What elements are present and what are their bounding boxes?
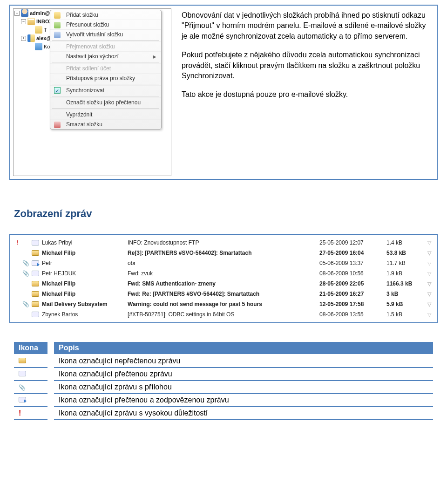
message-row[interactable]: 📎Mail Delivery SubsystemWarning: could n… (13, 299, 434, 309)
menu-label: Přesunout složku (66, 21, 109, 28)
icon-cell (14, 394, 47, 407)
icon-cell: 📎 (14, 381, 47, 394)
message-subject: Fwd: zvuk (128, 269, 318, 278)
message-subject: Fwd: SMS Authentication- zmeny (128, 279, 318, 288)
menu-label: Synchronizovat (66, 87, 104, 94)
message-row[interactable]: !Lukas PribylINFO: Znovudostupnost FTP25… (13, 238, 434, 248)
flag-icon[interactable]: ▽ (426, 310, 433, 319)
message-subject: [#XTB-502751]: ODBC settings in 64bit OS (128, 310, 318, 319)
icon-cell (14, 354, 47, 368)
folder-icon (35, 26, 42, 34)
envelope-unread-icon (31, 250, 40, 256)
envelope-unread-icon (31, 301, 40, 307)
priority-flag-icon: ! (19, 409, 21, 417)
description-cell: Ikona označující zprávu s vysokou důleži… (54, 407, 433, 420)
icon-cell (14, 368, 47, 381)
move-folder-icon (54, 22, 61, 28)
message-date: 21-05-2009 16:27 (319, 290, 385, 298)
menu-synchronize[interactable]: ✓Synchronizovat (50, 85, 161, 95)
flag-icon[interactable]: ▽ (426, 279, 433, 288)
table-row: Ikona označující nepřečtenou zprávu (14, 354, 433, 368)
envelope-read-icon (31, 312, 40, 317)
message-subject: INFO: Znovudostupnost FTP (128, 238, 318, 247)
envelope-replied-icon (31, 260, 40, 266)
menu-virtual-folder[interactable]: Vytvořit virtuální složku (50, 29, 161, 39)
chevron-right-icon: ▶ (153, 54, 156, 59)
message-row[interactable]: Michael FilipFwd: SMS Authentication- zm… (13, 279, 434, 289)
flag-icon[interactable]: ▽ (426, 238, 433, 247)
menu-label: Přístupová práva pro složky (66, 75, 135, 82)
icon-description-table: Ikona Popis Ikona označující nepřečtenou… (14, 342, 433, 420)
message-size: 1.9 kB (386, 269, 424, 278)
user-icon (21, 9, 28, 17)
message-from: Michael Filip (42, 249, 126, 257)
doc-top-section: − admin@icewarp.cz − INBOX T + alex@ic K… (9, 5, 438, 180)
message-subject: Warning: could not send message for past… (128, 300, 318, 308)
menu-access-rights[interactable]: Přístupová práva pro složky (50, 73, 161, 83)
message-row[interactable]: 📎Petr HEJDUKFwd: zvuk08-06-2009 10:561.9… (13, 268, 434, 279)
tree-item-label: T (44, 26, 47, 34)
contacts-icon (35, 43, 42, 50)
menu-label: Nastavit jako výchozí (66, 53, 119, 60)
envelope-unread-icon (31, 281, 40, 286)
inbox-icon (27, 18, 35, 25)
message-subject: obr (128, 259, 318, 267)
message-size: 1.5 kB (386, 310, 424, 319)
description-paragraph: Obnovování dat v jednotlivých složkách p… (182, 10, 427, 41)
menu-label: Vyprázdnit (66, 111, 92, 118)
message-size: 1166.3 kB (386, 279, 424, 288)
envelope-unread-icon (31, 291, 40, 297)
message-date: 05-06-2009 13:37 (319, 259, 385, 267)
message-date: 12-05-2009 17:58 (319, 300, 385, 308)
message-row[interactable]: Michael FilipRe[3]: [PARTNERS #SVO-56440… (13, 248, 434, 258)
menu-move-folder[interactable]: Přesunout složku (50, 20, 161, 29)
message-from: Mail Delivery Subsystem (42, 300, 126, 308)
new-folder-icon (54, 12, 61, 19)
menu-empty[interactable]: Vyprázdnit (50, 109, 161, 119)
attachment-icon: 📎 (22, 300, 29, 308)
table-header-icon: Ikona (14, 342, 47, 354)
folder-context-menu: Přidat složku Přesunout složku Vytvořit … (50, 10, 162, 129)
menu-new-folder[interactable]: Přidat složku (50, 10, 161, 20)
message-subject: Fwd: Re: [PARTNERS #SVO-564402]: Smartat… (128, 290, 318, 298)
flag-icon[interactable]: ▽ (426, 249, 433, 257)
delete-folder-icon (54, 122, 61, 128)
message-row[interactable]: Michael FilipFwd: Re: [PARTNERS #SVO-564… (13, 289, 434, 299)
message-from: Petr HEJDUK (42, 269, 126, 278)
menu-mark-read[interactable]: Označit složku jako přečtenou (50, 97, 161, 107)
menu-add-share: Přidat sdílení účet (50, 63, 161, 73)
flag-icon[interactable]: ▽ (426, 259, 433, 267)
menu-set-default[interactable]: Nastavit jako výchozí▶ (50, 51, 161, 61)
envelope-read-icon (31, 240, 40, 245)
message-size: 11.7 kB (386, 259, 424, 267)
description-paragraph: Tato akce je dostupná pouze pro e-mailov… (182, 89, 427, 100)
message-from: Michael Filip (42, 279, 126, 288)
message-size: 3 kB (386, 290, 424, 298)
message-from: Michael Filip (42, 290, 126, 298)
table-row: Ikona označující přečtenou a zodpovězeno… (14, 394, 433, 407)
message-from: Zbynek Bartos (42, 310, 126, 319)
checkbox-checked-icon: ✓ (54, 87, 61, 94)
expand-icon[interactable]: + (21, 36, 26, 41)
flag-icon[interactable]: ▽ (426, 269, 433, 278)
flag-icon[interactable]: ▽ (426, 290, 433, 298)
message-from: Petr (42, 259, 126, 267)
envelope-replied-icon (19, 397, 26, 402)
collapse-icon[interactable]: − (21, 19, 26, 24)
virtual-folder-icon (54, 32, 61, 38)
message-date: 08-06-2009 10:56 (319, 269, 385, 278)
table-row: !Ikona označující zprávu s vysokou důlež… (14, 407, 433, 420)
menu-delete[interactable]: Smazat složku (50, 119, 161, 129)
message-row[interactable]: 📎Petrobr05-06-2009 13:3711.7 kB▽ (13, 258, 434, 268)
menu-label: Přidat složku (66, 12, 98, 18)
flag-icon[interactable]: ▽ (426, 300, 433, 308)
table-header-desc: Popis (54, 342, 433, 354)
section-heading: Zobrazení zpráv (14, 208, 433, 220)
message-row[interactable]: Zbynek Bartos[#XTB-502751]: ODBC setting… (13, 309, 434, 320)
attachment-icon: 📎 (22, 259, 29, 267)
collapse-icon[interactable]: − (14, 11, 20, 16)
priority-flag-icon: ! (14, 238, 20, 247)
attachment-icon: 📎 (22, 269, 29, 278)
menu-rename: Přejmenovat složku (50, 41, 161, 51)
message-date: 28-05-2009 22:05 (319, 279, 385, 288)
